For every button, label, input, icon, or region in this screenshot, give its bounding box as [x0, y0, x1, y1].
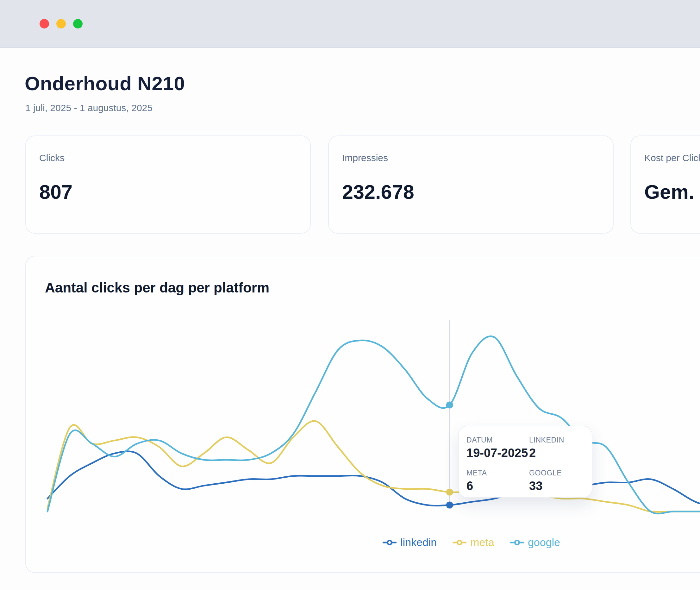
date-range: 1 juli, 2025 - 1 augustus, 2025 — [25, 103, 153, 113]
tooltip-label: LINKEDIN — [529, 436, 584, 445]
stat-label: Clicks — [39, 153, 65, 163]
legend-item-meta[interactable]: meta — [453, 536, 494, 549]
tooltip-label: DATUM — [467, 436, 529, 445]
stat-card-impressies: Impressies 232.678 — [328, 135, 614, 233]
tooltip-label: META — [467, 469, 529, 477]
line-point-marker-icon — [453, 539, 467, 546]
page-title: Onderhoud N210 — [25, 72, 185, 95]
line-point-marker-icon — [510, 539, 524, 546]
stat-label: Impressies — [342, 153, 388, 163]
line-point-marker-icon — [383, 539, 397, 546]
stat-value: 232.678 — [342, 180, 414, 203]
maximize-window-icon[interactable] — [73, 19, 83, 28]
stat-card-kost-per-click: Kost per Click Gem. € 2 — [630, 135, 700, 233]
legend-label: meta — [470, 536, 494, 549]
chart-legend: linkedin meta google — [26, 536, 700, 549]
tooltip-label: GOOGLE — [529, 469, 584, 477]
tooltip-value: 33 — [529, 479, 584, 493]
close-window-icon[interactable] — [39, 19, 49, 28]
chart-card: Aantal clicks per dag per platform linke… — [25, 256, 700, 573]
stat-value: Gem. € 2 — [644, 180, 700, 203]
tooltip-linkedin-cell: LINKEDIN 2 — [529, 436, 584, 460]
stat-label: Kost per Click — [644, 153, 700, 163]
tooltip-meta-cell: META 6 — [467, 469, 529, 493]
chart-tooltip: DATUM 19-07-2025 LINKEDIN 2 META 6 GOOGL… — [458, 426, 592, 498]
legend-item-google[interactable]: google — [510, 536, 560, 549]
legend-label: linkedin — [400, 536, 437, 549]
legend-item-linkedin[interactable]: linkedin — [383, 536, 437, 549]
stat-value: 807 — [39, 180, 73, 203]
minimize-window-icon[interactable] — [56, 19, 66, 28]
chart-title: Aantal clicks per dag per platform — [45, 280, 269, 296]
tooltip-value: 19-07-2025 — [467, 446, 529, 460]
tooltip-value: 2 — [529, 446, 584, 460]
window-titlebar — [0, 0, 700, 48]
tooltip-value: 6 — [467, 479, 529, 493]
tooltip-google-cell: GOOGLE 33 — [529, 469, 584, 493]
legend-label: google — [528, 536, 560, 549]
tooltip-datum-cell: DATUM 19-07-2025 — [467, 436, 529, 460]
stat-card-clicks: Clicks 807 — [25, 135, 311, 233]
